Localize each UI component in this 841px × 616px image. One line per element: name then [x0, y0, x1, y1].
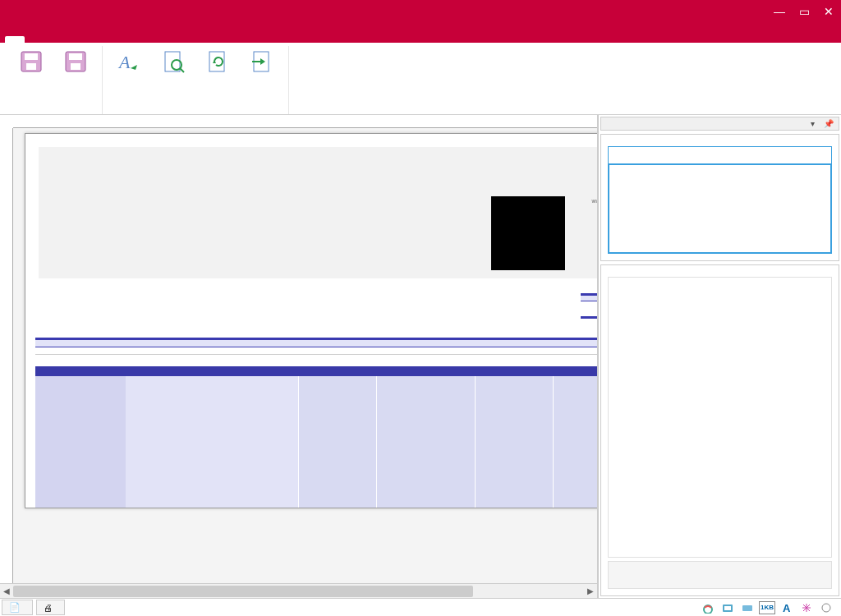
svg-rect-47	[517, 252, 519, 257]
svg-rect-57	[724, 606, 731, 610]
ruler-horizontal[interactable]	[13, 115, 597, 128]
svg-rect-30	[526, 199, 531, 201]
status-bar: 📄 🖨 1KB A	[0, 598, 841, 616]
preview-button[interactable]	[152, 46, 195, 79]
pin-icon[interactable]: 📌	[824, 119, 834, 128]
change-font-button[interactable]: A	[108, 46, 150, 79]
svg-rect-48	[524, 257, 529, 260]
props-section	[600, 264, 839, 596]
svg-rect-1	[25, 53, 38, 60]
svg-rect-37	[526, 229, 534, 232]
svg-point-60	[822, 604, 830, 612]
close-button[interactable]: ✕	[816, 0, 841, 23]
svg-rect-22	[552, 201, 559, 209]
svg-rect-13	[491, 196, 509, 199]
svg-rect-43	[532, 240, 535, 245]
font-icon: A	[116, 48, 142, 75]
design-canvas[interactable]: www.1kbarcode.com	[13, 128, 597, 583]
window-controls: — ▭ ✕	[767, 0, 841, 23]
fields-dropdown[interactable]	[608, 163, 832, 254]
ribbon-group-maintenance	[5, 46, 103, 114]
tab-strip	[0, 23, 841, 43]
ruler-vertical[interactable]	[0, 128, 13, 583]
status-icon-3[interactable]	[739, 601, 756, 614]
svg-rect-36	[517, 227, 522, 229]
svg-rect-21	[547, 212, 565, 214]
save-continue-icon	[62, 48, 89, 75]
save-close-icon	[18, 48, 44, 75]
svg-rect-33	[512, 217, 517, 219]
main-area: www.1kbarcode.com	[0, 115, 841, 598]
svg-text:A: A	[117, 52, 131, 72]
status-icon-5[interactable]: A	[779, 601, 795, 614]
props-footer	[608, 561, 832, 589]
svg-rect-46	[560, 245, 563, 250]
svg-rect-58	[742, 605, 752, 611]
fields-section	[600, 134, 839, 261]
preview-icon	[160, 48, 186, 75]
invoice-page[interactable]: www.1kbarcode.com	[25, 133, 597, 508]
status-icon-6[interactable]	[798, 601, 815, 614]
svg-rect-14	[491, 199, 494, 212]
nif-header	[35, 338, 597, 347]
svg-text:A: A	[783, 602, 791, 614]
doc-info	[581, 293, 597, 319]
svg-rect-15	[507, 199, 509, 212]
svg-rect-16	[491, 212, 509, 214]
svg-rect-44	[542, 242, 547, 247]
svg-rect-28	[514, 201, 517, 209]
svg-rect-45	[552, 240, 557, 242]
svg-rect-18	[547, 196, 565, 199]
svg-rect-51	[558, 255, 560, 260]
svg-rect-31	[535, 196, 537, 204]
qr-code	[491, 196, 565, 270]
company-zip-city	[52, 157, 597, 172]
svg-rect-5	[71, 63, 80, 70]
status-info-button[interactable]: 📄	[2, 600, 33, 615]
status-icon-1[interactable]	[700, 601, 716, 614]
status-icon-4[interactable]: 1KB	[759, 601, 775, 614]
side-panel: ▾ 📌	[598, 115, 841, 598]
sidepanel-title[interactable]: ▾ 📌	[600, 117, 839, 131]
barcode-url: www.1kbarcode.com	[591, 198, 597, 204]
svg-rect-20	[563, 199, 565, 212]
svg-rect-24	[491, 255, 494, 268]
minimize-button[interactable]: —	[767, 0, 792, 23]
scroll-left-arrow[interactable]: ◀	[0, 584, 13, 599]
nif-data	[35, 347, 597, 355]
svg-rect-54	[552, 265, 557, 268]
svg-rect-17	[496, 201, 503, 209]
svg-rect-26	[491, 268, 509, 270]
dropdown-icon[interactable]: ▾	[811, 119, 815, 128]
svg-line-9	[180, 68, 184, 72]
svg-rect-50	[545, 257, 552, 262]
scroll-right-arrow[interactable]: ▶	[584, 584, 597, 599]
scrollbar-horizontal[interactable]: ◀ ▶	[0, 583, 597, 598]
save-continue-button[interactable]	[54, 46, 97, 79]
status-printer-button[interactable]: 🖨	[36, 600, 65, 615]
props-content	[608, 277, 832, 558]
fields-search-input[interactable]	[608, 146, 832, 164]
import-design-button[interactable]	[241, 46, 283, 79]
company-box: www.1kbarcode.com	[39, 147, 597, 278]
svg-rect-25	[507, 255, 509, 268]
svg-rect-39	[545, 229, 549, 234]
refresh-icon	[205, 48, 231, 75]
status-icon-2[interactable]	[719, 601, 736, 614]
maximize-button[interactable]: ▭	[792, 0, 816, 23]
tab-designer[interactable]	[5, 36, 25, 43]
svg-rect-53	[540, 265, 542, 268]
svg-rect-4	[69, 53, 82, 60]
save-close-button[interactable]	[10, 46, 53, 79]
svg-rect-23	[491, 252, 509, 255]
status-icon-7[interactable]	[818, 601, 834, 614]
barcode	[586, 205, 597, 270]
svg-rect-19	[547, 199, 549, 212]
svg-rect-32	[540, 201, 545, 206]
client-box	[39, 285, 597, 313]
svg-rect-35	[530, 217, 535, 222]
scroll-thumb[interactable]	[13, 586, 473, 597]
refresh-design-button[interactable]	[196, 46, 239, 79]
svg-rect-27	[496, 257, 503, 264]
printer-icon: 🖨	[44, 603, 53, 613]
